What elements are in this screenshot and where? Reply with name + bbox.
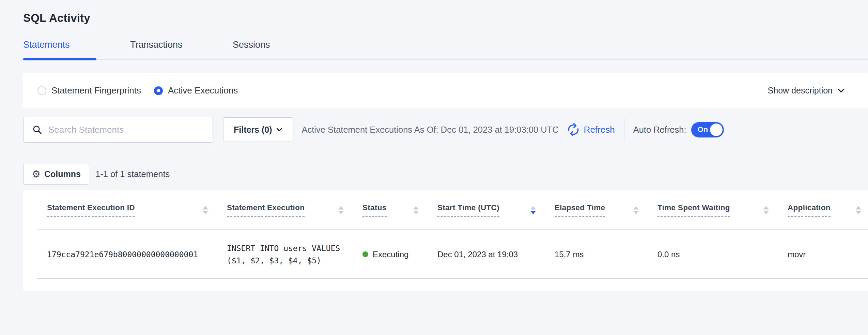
tab-statements[interactable]: Statements (23, 40, 96, 59)
show-description-toggle[interactable]: Show description (768, 86, 845, 96)
cell-application: movr (788, 250, 868, 259)
tab-sessions[interactable]: Sessions (233, 40, 306, 59)
sort-icon (338, 206, 344, 214)
cell-statement: INSERT INTO users VALUES ($1, $2, $3, $4… (227, 242, 362, 267)
status-dot-icon (362, 251, 368, 257)
chevron-down-icon (276, 128, 282, 132)
sort-icon-descending-active (530, 206, 536, 214)
table-header-row: Statement Execution ID Statement Executi… (23, 190, 868, 230)
refresh-label: Refresh (584, 125, 615, 135)
results-count: 1-1 of 1 statements (95, 169, 170, 179)
sort-icon (856, 206, 861, 214)
columns-button[interactable]: ⚙ Columns (23, 164, 89, 185)
radio-statement-fingerprints-label: Statement Fingerprints (51, 85, 141, 96)
gear-icon: ⚙ (32, 169, 41, 179)
search-icon (32, 125, 42, 135)
column-header-start-time[interactable]: Start Time (UTC) (437, 203, 555, 217)
tab-transactions[interactable]: Transactions (130, 40, 203, 59)
statements-table: Statement Execution ID Statement Executi… (23, 190, 868, 291)
tab-transactions-label: Transactions (130, 40, 183, 50)
cell-status: Executing (362, 250, 437, 259)
filters-button-label: Filters (0) (234, 125, 272, 135)
columns-button-label: Columns (44, 169, 81, 179)
toggle-knob (710, 123, 723, 136)
table-toolbar: ⚙ Columns 1-1 of 1 statements (23, 164, 868, 185)
cell-start-time: Dec 01, 2023 at 19:03 (437, 250, 555, 259)
radio-active-executions-label: Active Executions (168, 85, 238, 96)
sort-icon (413, 206, 419, 214)
controls-row: Filters (0) Active Statement Executions … (23, 117, 868, 143)
cell-execution-id: 179cca7921e679b80000000000000001 (47, 250, 227, 259)
radio-statement-fingerprints[interactable]: Statement Fingerprints (37, 85, 141, 96)
sort-icon (763, 206, 769, 214)
table-row[interactable]: 179cca7921e679b80000000000000001 INSERT … (23, 230, 868, 279)
status-text: Executing (373, 250, 408, 259)
column-header-statement-execution-id[interactable]: Statement Execution ID (47, 203, 227, 217)
auto-refresh-label: Auto Refresh: (633, 125, 686, 135)
refresh-icon (566, 122, 580, 137)
auto-refresh-toggle[interactable]: On (691, 122, 724, 137)
column-header-application[interactable]: Application (788, 203, 868, 217)
cell-elapsed-time: 15.7 ms (555, 250, 657, 259)
radio-unselected-icon (37, 86, 46, 95)
tab-sessions-label: Sessions (233, 40, 270, 50)
radio-active-executions[interactable]: Active Executions (154, 85, 238, 96)
column-header-statement-execution[interactable]: Statement Execution (227, 203, 362, 217)
as-of-timestamp: Active Statement Executions As Of: Dec 0… (302, 125, 559, 135)
radio-selected-icon (154, 86, 163, 95)
tab-statements-label: Statements (23, 40, 70, 50)
page-title: SQL Activity (23, 0, 868, 25)
chevron-down-icon (837, 88, 845, 93)
search-input[interactable] (48, 125, 206, 135)
sort-icon (203, 206, 208, 214)
refresh-button[interactable]: Refresh (566, 122, 615, 137)
view-mode-card: Statement Fingerprints Active Executions… (23, 73, 868, 108)
tab-bar: Statements Transactions Sessions (23, 40, 868, 60)
vertical-divider (624, 118, 624, 141)
column-header-status[interactable]: Status (362, 203, 437, 217)
sort-icon (633, 206, 639, 214)
sql-activity-page: SQL Activity Statements Transactions Ses… (0, 0, 868, 291)
column-header-time-spent-waiting[interactable]: Time Spent Waiting (657, 203, 788, 217)
show-description-label: Show description (768, 86, 833, 96)
column-header-elapsed-time[interactable]: Elapsed Time (555, 203, 657, 217)
cell-time-spent-waiting: 0.0 ns (657, 250, 788, 259)
toggle-state-label: On (698, 125, 708, 134)
filters-button[interactable]: Filters (0) (223, 117, 293, 142)
search-statements-field (23, 117, 213, 143)
